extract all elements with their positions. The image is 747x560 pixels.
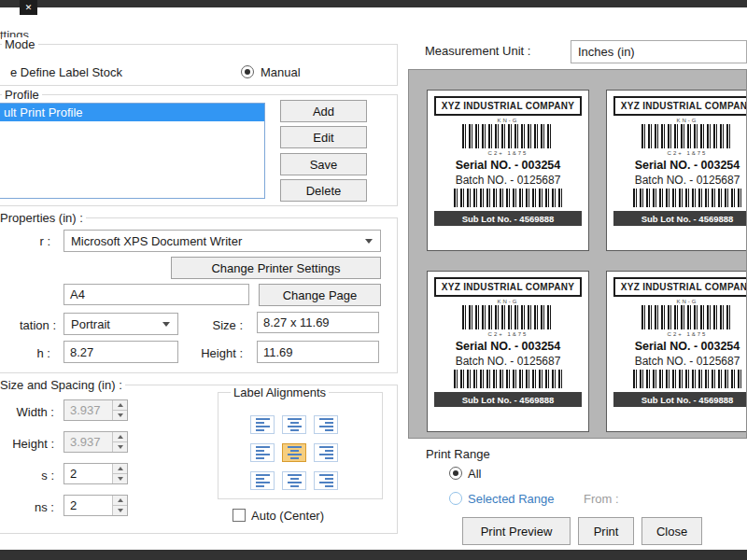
page-width-label: h : [0,346,50,360]
page-height-label: Height : [185,346,243,360]
page-height-input[interactable]: 11.69 [257,341,379,363]
manual-radio[interactable] [241,65,254,78]
save-button[interactable]: Save [280,153,367,175]
edit-button[interactable]: Edit [280,126,367,148]
barcode [462,124,554,148]
predefine-radio-label[interactable]: e Define Label Stock [10,65,122,79]
columns-value: 2 [70,496,77,515]
rows-spinner[interactable]: 2 [63,463,128,484]
rows-value: 2 [70,464,77,483]
label-height-spinner: 3.937 [63,431,128,453]
label-width-label: Width : [0,405,54,419]
spin-down-icon [112,410,127,420]
barcode [462,305,554,329]
label-company: XYZ INDUSTRIAL COMPANY [613,277,747,297]
label-width-value: 3.937 [70,400,101,420]
align-right-icon [319,474,333,487]
auto-center-checkbox[interactable] [233,509,246,522]
chevron-down-icon [365,239,373,244]
printer-label: r : [0,234,50,248]
label-preview: XYZ INDUSTRIAL COMPANY KN-G C2+ 1&75 Ser… [427,90,589,251]
label-serial: Serial NO. - 003254 [613,159,747,172]
page-height-value: 11.69 [263,345,293,359]
align-bottom-right-button[interactable] [314,471,338,490]
page-value: A4 [70,287,85,301]
print-button[interactable]: Print [578,517,634,545]
size-input[interactable]: 8.27 x 11.69 [257,312,379,333]
label-preview: XYZ INDUSTRIAL COMPANY KN-G C2+ 1&75 Ser… [606,271,747,432]
preview-panel: XYZ INDUSTRIAL COMPANY KN-G C2+ 1&75 Ser… [408,69,747,439]
align-left-icon [256,446,270,459]
spin-down-button[interactable] [112,505,127,515]
printer-value: Microsoft XPS Document Writer [71,234,242,248]
label-batch: Batch NO. - 0125687 [434,174,582,187]
label-serial: Serial NO. - 003254 [434,340,582,353]
align-middle-left-button[interactable] [250,443,275,462]
spin-down-button[interactable] [112,473,127,483]
change-page-button[interactable]: Change Page [259,284,381,306]
from-label: From : [584,492,619,506]
label-batch: Batch NO. - 0125687 [613,355,747,368]
align-left-icon [256,474,270,487]
barcode-caption: KN-G [434,299,582,304]
align-top-right-button[interactable] [314,415,338,434]
barcode [633,189,742,207]
label-serial: Serial NO. - 003254 [613,340,747,353]
chevron-down-icon [162,322,170,327]
taskbar-strip [0,550,747,560]
label-height-value: 3.937 [70,432,101,452]
delete-button[interactable]: Delete [280,179,367,202]
orientation-combobox[interactable]: Portrait [63,313,178,335]
profile-group-label: Profile [2,88,42,102]
align-bottom-center-button[interactable] [282,471,306,490]
selected-range-radio[interactable] [449,492,462,505]
label-serial: Serial NO. - 003254 [434,159,582,172]
align-right-icon [319,446,333,459]
spinner-buttons [112,400,127,420]
spin-up-button[interactable] [112,464,127,473]
label-sublot: Sub Lot No. - 4569888 [434,392,582,407]
barcode-caption: C2+ 1&75 [613,331,747,337]
orientation-value: Portrait [71,317,110,331]
profile-listbox[interactable]: ult Print Profile [0,103,265,199]
all-radio[interactable] [449,467,462,480]
align-middle-right-button[interactable] [314,443,338,462]
align-top-center-button[interactable] [282,415,306,434]
close-button[interactable]: Close [641,517,702,545]
rows-label: s : [0,469,54,483]
close-window-button[interactable]: ✕ [20,0,37,15]
label-company: XYZ INDUSTRIAL COMPANY [434,96,582,116]
add-button[interactable]: Add [280,100,367,122]
label-batch: Batch NO. - 0125687 [613,174,747,187]
barcode [454,370,563,388]
spin-up-button[interactable] [112,496,127,505]
auto-center-label: Auto (Center) [251,509,324,523]
spinner-buttons [112,464,127,483]
page-width-value: 8.27 [70,345,93,359]
label-preview: XYZ INDUSTRIAL COMPANY KN-G C2+ 1&75 Ser… [427,271,589,432]
titlebar-strip [0,0,747,7]
spin-up-icon [112,432,127,441]
change-printer-settings-button[interactable]: Change Printer Settings [171,257,381,279]
align-center-icon [288,446,302,459]
mode-group-label: Mode [2,37,38,51]
label-company: XYZ INDUSTRIAL COMPANY [613,96,747,116]
printer-combobox[interactable]: Microsoft XPS Document Writer [63,230,381,252]
page-width-input[interactable]: 8.27 [63,341,178,363]
columns-label: ns : [0,500,54,514]
profile-list-item[interactable]: ult Print Profile [0,104,264,121]
print-preview-button[interactable]: Print Preview [462,517,571,545]
measurement-unit-combobox[interactable]: Inches (in) [571,40,747,63]
orientation-label: tation : [0,318,56,332]
alignments-group-label: Label Alignments [231,385,329,399]
align-middle-center-button[interactable] [282,443,306,462]
spinner-buttons [112,496,127,515]
label-sublot: Sub Lot No. - 4569888 [613,211,747,226]
barcode [641,124,733,148]
page-input[interactable]: A4 [63,284,249,305]
align-top-left-button[interactable] [250,415,275,434]
columns-spinner[interactable]: 2 [63,495,128,516]
barcode-caption: C2+ 1&75 [434,150,582,156]
align-bottom-left-button[interactable] [250,471,275,490]
label-preview: XYZ INDUSTRIAL COMPANY KN-G C2+ 1&75 Ser… [606,90,747,251]
